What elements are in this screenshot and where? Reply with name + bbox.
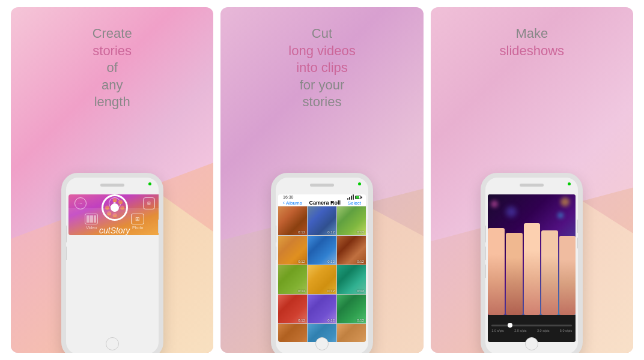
film-hole-5 [118,200,123,204]
person-1 [488,228,505,315]
bokeh-1 [491,200,498,208]
panel-2-line2: long videos [288,43,355,60]
phone-1-left-btn-2 [64,247,67,260]
phone-3-home-btn[interactable] [525,337,538,350]
bokeh-4 [557,212,564,218]
panel-2-text: Cut long videos into clips for your stor… [288,25,355,111]
phone-2-home-btn[interactable] [315,337,329,350]
panel-3-text: Make slideshows [500,25,565,59]
duration-8: 0:12 [327,289,335,293]
photo-thumb-13 [278,324,307,342]
phone-2-left-btn-2 [274,247,276,260]
film-hole-1 [112,198,117,202]
phone-3-side-btn-2 [577,238,580,248]
photo-cell-4[interactable]: 0:12 [278,236,307,265]
panel-2-line3: into clips [288,59,355,77]
speed-label-2: 2.0 s/pic [514,329,526,332]
phone-2-camera [358,182,361,185]
duration-10: 0:12 [298,319,305,322]
photo-tab-icon: ⊞ [131,214,144,224]
photo-cell-5[interactable]: 0:12 [308,236,336,265]
toolbar-menu-icon: ··· [74,197,87,209]
panel-1: Create stories of any length ··· $ [11,7,213,353]
phone-1-camera [148,182,151,185]
panel-1-text: Create stories of any length [93,25,132,111]
duration-12: 0:12 [357,319,364,322]
photo-cell-9[interactable]: 0:12 [337,265,366,294]
phone-2-side-btn [368,220,370,233]
panel-1-line1: Create [93,25,132,43]
phone-1-screen: ··· $ ⊞ [68,194,161,235]
phone-3-side-btn [577,220,580,233]
photo-cell-12[interactable]: 0:12 [337,295,366,323]
panel-2-line4: for your [288,77,355,94]
screenshot-container: Create stories of any length ··· $ [0,0,644,360]
video-tab-icon [85,214,98,224]
bokeh-2 [506,206,517,217]
signal-bar-3 [351,196,352,200]
video-content [488,194,576,315]
photo-cell-11[interactable]: 0:12 [308,295,336,323]
duration-4: 0:12 [298,260,305,263]
duration-6: 0:12 [357,260,364,263]
duration-1: 0:12 [298,230,305,234]
photo-cell-7[interactable]: 0:12 [278,265,307,294]
photo-cell-3[interactable]: 0:12 [337,206,366,235]
photo-cell-15[interactable]: 0:12 [337,324,366,342]
phone-1-speaker [100,184,124,187]
photo-cell-13[interactable]: 0:12 [278,324,307,342]
photo-cell-8[interactable]: 0:12 [308,265,336,294]
duration-5: 0:12 [327,260,335,263]
person-5 [559,236,576,315]
screen-1-bottom-nav: Video ⊞ Photo [68,208,161,235]
phone-2-left-btn [274,226,276,242]
panel-3-line1: Make [500,25,565,43]
video-area [488,194,576,315]
phone-3-left-btn-3 [484,265,486,278]
phone-1-outer: ··· $ ⊞ [61,173,163,353]
panel-2-line5: stories [288,94,355,111]
signal-icon [347,194,354,200]
panel-3: Make slideshows [431,7,633,353]
panel-2-line1: Cut [288,25,355,43]
duration-11: 0:12 [327,319,335,322]
speed-track[interactable] [491,325,572,326]
photo-tab-label: Photo [132,226,143,230]
tab-photo[interactable]: ⊞ Photo [131,214,144,230]
speed-label-3: 3.0 s/pic [537,329,549,332]
phone-3-left-btn-2 [484,247,486,260]
phone-3-mockup: 1.0 s/pic 2.0 s/pic 3.0 s/pic 5.0 s/pic [481,173,583,353]
photo-cell-6[interactable]: 0:12 [337,236,366,265]
navbar-back[interactable]: ‹ Albums [283,200,302,206]
photo-cell-10[interactable]: 0:12 [278,295,307,323]
duration-9: 0:12 [357,289,364,293]
statusbar-time: 16:30 [283,195,294,199]
person-4 [541,230,558,316]
person-3 [524,223,541,315]
photo-cell-2[interactable]: 0:12 [308,206,336,235]
tab-video[interactable]: Video [85,214,98,230]
duration-7: 0:12 [298,289,305,293]
phone-3-speaker [520,184,544,187]
battery-fill [356,196,359,199]
battery-icon [355,196,361,199]
photo-cell-1[interactable]: 0:12 [278,206,307,235]
navbar-select[interactable]: Select [348,200,361,206]
navbar: ‹ Albums Camera Roll Select [278,200,366,206]
photo-grid: 0:12 0:12 0:12 0:12 0:12 0:12 0:12 0:12 … [278,206,366,342]
bokeh-3 [560,197,570,206]
phone-1-side-btn [158,220,160,233]
panel-2: Cut long videos into clips for your stor… [220,7,423,353]
panel-1-line3: of [93,59,132,77]
speed-dot[interactable] [508,323,512,328]
phone-1-left-btn [64,226,67,242]
video-tab-label: Video [86,226,97,230]
phone-3-left-btn [484,226,486,242]
statusbar-icons [347,194,361,200]
photo-thumb-15 [337,324,366,342]
signal-bar-4 [353,194,354,200]
phone-1-home-btn[interactable] [106,337,119,350]
phone-2-screen: 16:30 [278,194,366,342]
panel-1-line4: any [93,77,132,94]
phone-3-outer: 1.0 s/pic 2.0 s/pic 3.0 s/pic 5.0 s/pic [481,173,583,353]
